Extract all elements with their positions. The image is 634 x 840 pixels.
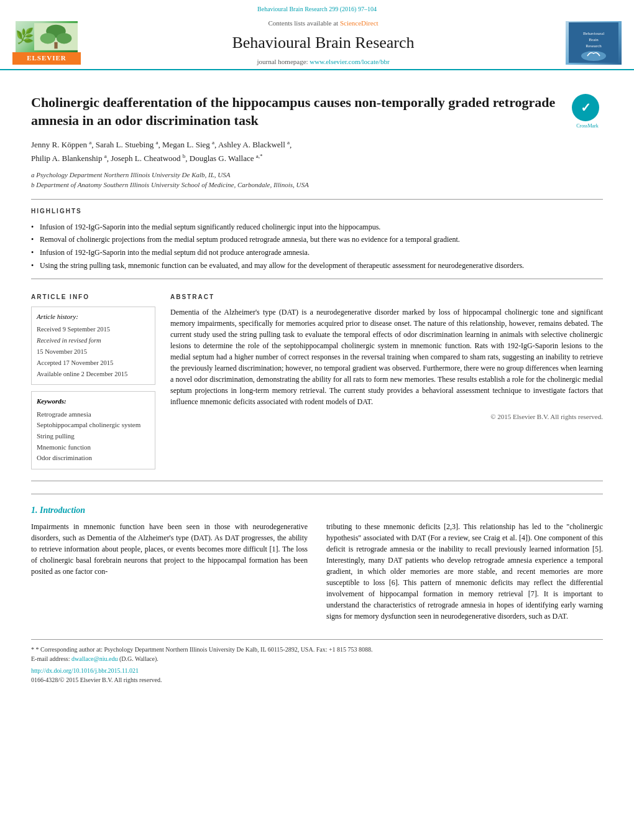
- svg-point-3: [57, 33, 72, 44]
- svg-point-9: [581, 51, 606, 61]
- crossmark-icon: ✓: [572, 94, 599, 121]
- divider-1: [31, 199, 603, 200]
- highlight-item-3: Infusion of 192-IgG-Saporin into the med…: [31, 246, 603, 259]
- sciencedirect-link[interactable]: ScienceDirect: [340, 19, 379, 27]
- keyword-4: Mnemonic function: [37, 442, 150, 453]
- received-date: Received 9 September 2015: [37, 324, 150, 335]
- journal-top-bar: Behavioural Brain Research 299 (2016) 97…: [12, 5, 622, 14]
- intro-col-left: Impairments in mnemonic function have be…: [31, 521, 308, 627]
- brain-journal-icon: Behavioural Brain Research: [569, 22, 618, 63]
- corresponding-author: Douglas G. Wallace: [190, 154, 254, 164]
- abstract-text: Dementia of the Alzheimer's type (DAT) i…: [170, 307, 603, 407]
- intro-two-col: Impairments in mnemonic function have be…: [31, 521, 603, 627]
- divider-2: [31, 279, 603, 279]
- article-title: Cholinergic deafferentation of the hippo…: [31, 94, 572, 129]
- journal-homepage: journal homepage: www.elsevier.com/locat…: [93, 57, 553, 67]
- keyword-3: String pulling: [37, 431, 150, 442]
- highlights-list: Infusion of 192-IgG-Saporin into the med…: [31, 221, 603, 272]
- elsevier-tree-icon: [34, 21, 78, 52]
- highlights-label: HIGHLIGHTS: [31, 207, 603, 216]
- journal-citation: Behavioural Brain Research 299 (2016) 97…: [257, 6, 377, 12]
- svg-text:Research: Research: [586, 44, 602, 48]
- doi-link[interactable]: http://dx.doi.org/10.1016/j.bbr.2015.11.…: [31, 667, 139, 674]
- affiliation-b: b Department of Anatomy Southern Illinoi…: [31, 180, 603, 190]
- svg-text:Brain: Brain: [589, 37, 599, 42]
- intro-paragraph-2: tributing to these mnemonic deficits [2,…: [326, 521, 603, 622]
- crossmark-label: CrossMark: [572, 122, 603, 129]
- copyright-footer: 0166-4328/© 2015 Elsevier B.V. All right…: [31, 675, 603, 685]
- affiliations: a Psychology Department Northern Illinoi…: [31, 170, 603, 190]
- crossmark-logo[interactable]: ✓ CrossMark: [572, 94, 603, 125]
- keywords-box: Keywords: Retrograde amnesia Septohippoc…: [31, 391, 155, 469]
- article-dates: Received 9 September 2015 Received in re…: [37, 324, 150, 379]
- email-line: E-mail address: dwallace@niu.edu (D.G. W…: [31, 654, 603, 663]
- article-title-section: Cholinergic deafferentation of the hippo…: [31, 94, 603, 129]
- page: Behavioural Brain Research 299 (2016) 97…: [0, 0, 634, 840]
- highlight-item-4: Using the string pulling task, mnemonic …: [31, 259, 603, 272]
- svg-point-2: [40, 33, 56, 44]
- doi-area: http://dx.doi.org/10.1016/j.bbr.2015.11.…: [31, 666, 603, 675]
- contents-available-text: Contents lists available at ScienceDirec…: [93, 19, 553, 28]
- footnote-star: *: [31, 646, 36, 653]
- journal-header-middle: ELSEVIER Contents lists available at Sci…: [12, 16, 622, 69]
- abstract-column: ABSTRACT Dementia of the Alzheimer's typ…: [170, 285, 603, 469]
- correspondence-note: * * Corresponding author at: Psychology …: [31, 645, 603, 654]
- journal-name: Behavioural Brain Research: [93, 32, 553, 54]
- svg-text:Behavioural: Behavioural: [583, 31, 604, 36]
- brain-research-logo: Behavioural Brain Research: [566, 21, 622, 65]
- intro-heading: 1. Introduction: [31, 504, 603, 517]
- email-link[interactable]: dwallace@niu.edu: [71, 655, 117, 662]
- intro-col-right: tributing to these mnemonic deficits [2,…: [326, 521, 603, 627]
- elsevier-logo: ELSEVIER: [12, 21, 81, 65]
- highlight-item-1: Infusion of 192-IgG-Saporin into the med…: [31, 221, 603, 234]
- keywords-title: Keywords:: [37, 397, 150, 406]
- abstract-copyright: © 2015 Elsevier B.V. All rights reserved…: [170, 412, 603, 422]
- introduction-section: 1. Introduction Impairments in mnemonic …: [31, 494, 603, 627]
- available-online-date: Available online 2 December 2015: [37, 369, 150, 380]
- journal-header: Behavioural Brain Research 299 (2016) 97…: [0, 0, 634, 70]
- journal-title-center: Contents lists available at ScienceDirec…: [81, 19, 566, 67]
- article-history-title: Article history:: [37, 312, 150, 321]
- affiliation-a: a Psychology Department Northern Illinoi…: [31, 170, 603, 180]
- article-history-box: Article history: Received 9 September 20…: [31, 307, 155, 385]
- authors-list: Jenny R. Köppen a, Sarah L. Stuebing a, …: [31, 138, 603, 165]
- intro-paragraph-1: Impairments in mnemonic function have be…: [31, 521, 308, 577]
- highlight-item-2: Removal of cholinergic projections from …: [31, 233, 603, 246]
- divider-3: [31, 481, 603, 481]
- article-info-abstract-section: ARTICLE INFO Article history: Received 9…: [31, 285, 603, 469]
- accepted-date: Accepted 17 November 2015: [37, 358, 150, 369]
- keyword-5: Odor discrimination: [37, 453, 150, 464]
- article-info-label: ARTICLE INFO: [31, 293, 155, 302]
- keyword-1: Retrograde amnesia: [37, 409, 150, 420]
- svg-rect-4: [54, 42, 57, 49]
- received-revised-label: Received in revised form 15 November 201…: [37, 335, 150, 358]
- elsevier-brand-text: ELSEVIER: [12, 52, 81, 64]
- article-info-column: ARTICLE INFO Article history: Received 9…: [31, 285, 155, 469]
- journal-homepage-link[interactable]: www.elsevier.com/locate/bbr: [310, 58, 389, 65]
- footnote-area: * * Corresponding author at: Psychology …: [31, 639, 603, 685]
- keyword-2: Septohippocampal cholinergic system: [37, 420, 150, 431]
- main-content: Cholinergic deafferentation of the hippo…: [0, 70, 634, 697]
- abstract-label: ABSTRACT: [170, 293, 603, 302]
- elsevier-logo-image: [16, 21, 78, 53]
